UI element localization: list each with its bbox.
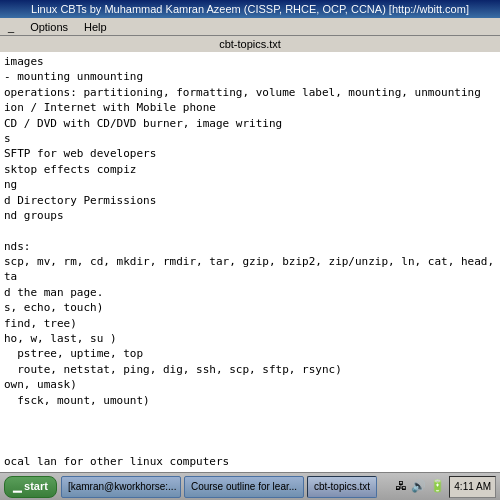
menu-item-options[interactable]: Options <box>26 20 72 34</box>
text-area[interactable]: images - mounting unmounting operations:… <box>0 52 500 482</box>
tray-battery-icon: 🔋 <box>430 479 445 494</box>
menu-item-help[interactable]: Help <box>80 20 111 34</box>
taskbar: ▁ start [kamran@kworkhorse:...Course out… <box>0 472 500 500</box>
taskbar-items: [kamran@kworkhorse:...Course outline for… <box>61 476 377 498</box>
taskbar-item[interactable]: [kamran@kworkhorse:... <box>61 476 181 498</box>
start-button[interactable]: ▁ start <box>4 476 57 498</box>
taskbar-right: 🖧 🔊 🔋 4:11 AM <box>395 476 496 498</box>
taskbar-item[interactable]: cbt-topics.txt <box>307 476 377 498</box>
title-text: Linux CBTs by Muhammad Kamran Azeem (CIS… <box>31 3 469 15</box>
tray-sound-icon: 🔊 <box>411 479 426 494</box>
file-name-bar: cbt-topics.txt <box>0 36 500 52</box>
file-name: cbt-topics.txt <box>219 38 281 50</box>
menu-item-blank[interactable]: _ <box>4 20 18 34</box>
tray-network-icon: 🖧 <box>395 479 407 494</box>
title-bar: Linux CBTs by Muhammad Kamran Azeem (CIS… <box>0 0 500 18</box>
clock-time: 4:11 AM <box>454 481 491 492</box>
text-content: images - mounting unmounting operations:… <box>4 54 496 482</box>
clock: 4:11 AM <box>449 476 496 498</box>
menu-bar: _ Options Help <box>0 18 500 36</box>
taskbar-item[interactable]: Course outline for lear... <box>184 476 304 498</box>
